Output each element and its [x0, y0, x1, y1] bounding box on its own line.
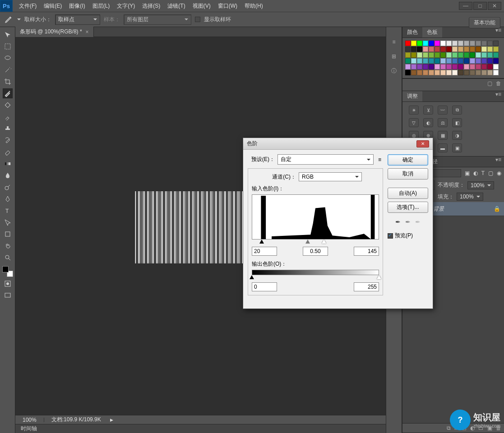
- crop-tool[interactable]: [3, 77, 13, 87]
- blur-tool[interactable]: [3, 170, 13, 180]
- wand-tool[interactable]: [3, 65, 13, 75]
- dodge-tool[interactable]: [3, 182, 13, 192]
- ok-button[interactable]: 确定: [388, 154, 428, 166]
- swatch[interactable]: [493, 64, 499, 69]
- tab-color[interactable]: 颜色: [402, 27, 422, 37]
- opacity-dropdown[interactable]: 100%: [467, 181, 494, 189]
- close-button[interactable]: ✕: [488, 2, 501, 10]
- swatch[interactable]: [452, 58, 458, 64]
- swatch[interactable]: [493, 52, 499, 58]
- swatch[interactable]: [435, 41, 440, 46]
- new-icon[interactable]: ▢: [487, 80, 492, 87]
- swatch[interactable]: [487, 52, 493, 58]
- swatch[interactable]: [481, 46, 487, 52]
- output-white-field[interactable]: [354, 282, 379, 291]
- sample-dropdown[interactable]: 所有图层: [124, 14, 191, 25]
- swatch[interactable]: [493, 58, 499, 64]
- swatch[interactable]: [417, 46, 422, 52]
- color-swatches[interactable]: [2, 266, 13, 277]
- menu-help[interactable]: 帮助(H): [242, 1, 266, 11]
- tool-preset-chevron-icon[interactable]: [17, 18, 21, 20]
- swatch[interactable]: [429, 52, 434, 58]
- swatch[interactable]: [429, 70, 434, 75]
- swatch[interactable]: [464, 41, 469, 46]
- tab-swatches[interactable]: 色板: [422, 27, 442, 37]
- fill-dropdown[interactable]: 100%: [457, 193, 483, 201]
- preset-menu-icon[interactable]: ≡: [376, 157, 383, 163]
- properties-panel-icon[interactable]: ⊞: [390, 52, 398, 60]
- swatch[interactable]: [417, 52, 422, 58]
- history-panel-icon[interactable]: ≡: [390, 38, 398, 46]
- black-eyedropper-icon[interactable]: ✒: [395, 218, 401, 226]
- swatch[interactable]: [423, 64, 428, 69]
- swatch[interactable]: [458, 41, 463, 46]
- swatch[interactable]: [476, 64, 481, 69]
- swatch[interactable]: [446, 58, 452, 64]
- filter-icon[interactable]: ▣: [465, 170, 470, 176]
- white-eyedropper-icon[interactable]: ✒: [415, 218, 421, 226]
- swatch[interactable]: [405, 64, 411, 69]
- shape-tool[interactable]: [3, 229, 13, 239]
- swatch[interactable]: [481, 41, 487, 46]
- swatch[interactable]: [458, 52, 463, 58]
- selectivecolor-icon[interactable]: ▣: [452, 143, 462, 152]
- auto-button[interactable]: 自动(A): [388, 188, 428, 199]
- channel-dropdown[interactable]: RGB: [299, 172, 362, 181]
- document-tab[interactable]: 条形码 @ 100%(RGB/8) * ×: [15, 27, 94, 37]
- zoom-value[interactable]: 100%: [23, 417, 37, 423]
- swatch[interactable]: [446, 52, 452, 58]
- swatch[interactable]: [423, 46, 428, 52]
- tab-adjust[interactable]: 调整: [402, 91, 422, 101]
- swatch[interactable]: [417, 70, 422, 75]
- menu-view[interactable]: 视图(V): [190, 1, 213, 11]
- swatch[interactable]: [417, 41, 422, 46]
- swatch[interactable]: [423, 52, 428, 58]
- swatch[interactable]: [446, 41, 452, 46]
- gradmap-icon[interactable]: ▬: [438, 143, 448, 152]
- hue-icon[interactable]: ◐: [423, 118, 433, 127]
- eraser-tool[interactable]: [3, 147, 13, 157]
- swatch[interactable]: [493, 46, 499, 52]
- swatch[interactable]: [435, 58, 440, 64]
- swatch[interactable]: [452, 70, 458, 75]
- swatch[interactable]: [487, 41, 493, 46]
- stamp-tool[interactable]: [3, 124, 13, 134]
- input-white-field[interactable]: [354, 247, 379, 256]
- swatch[interactable]: [470, 58, 475, 64]
- swatch[interactable]: [417, 58, 422, 64]
- black-point-slider[interactable]: [259, 240, 264, 244]
- panel-menu-icon[interactable]: ▾≡: [493, 157, 504, 167]
- swatch[interactable]: [464, 46, 469, 52]
- swatch[interactable]: [440, 46, 446, 52]
- swatch[interactable]: [411, 41, 416, 46]
- swatch[interactable]: [458, 64, 463, 69]
- swatch[interactable]: [481, 52, 487, 58]
- menu-window[interactable]: 窗口(W): [215, 1, 240, 11]
- dialog-titlebar[interactable]: 色阶 ✕: [243, 138, 433, 150]
- swatch[interactable]: [429, 41, 434, 46]
- swatch[interactable]: [470, 41, 475, 46]
- history-brush-tool[interactable]: [3, 135, 13, 145]
- swatch[interactable]: [487, 58, 493, 64]
- swatch[interactable]: [452, 41, 458, 46]
- zoom-tool[interactable]: [3, 253, 13, 263]
- invert-icon[interactable]: ◑: [452, 131, 462, 140]
- move-tool[interactable]: [3, 30, 13, 40]
- menu-type[interactable]: 文字(Y): [114, 1, 138, 11]
- healing-tool[interactable]: [3, 100, 13, 110]
- menu-filter[interactable]: 滤镜(T): [165, 1, 188, 11]
- swatch[interactable]: [429, 46, 434, 52]
- swatch[interactable]: [481, 64, 487, 69]
- sample-size-dropdown[interactable]: 取样点: [55, 14, 100, 25]
- brush-tool[interactable]: [3, 112, 13, 122]
- gray-eyedropper-icon[interactable]: ✒: [405, 218, 411, 226]
- swatch[interactable]: [440, 41, 446, 46]
- filter-icon[interactable]: T: [481, 170, 485, 176]
- swatch[interactable]: [446, 70, 452, 75]
- swatch[interactable]: [487, 46, 493, 52]
- output-black-field[interactable]: [252, 282, 277, 291]
- swatch[interactable]: [452, 64, 458, 69]
- swatch[interactable]: [464, 64, 469, 69]
- swatch[interactable]: [435, 46, 440, 52]
- eyedropper-tool[interactable]: [3, 88, 13, 98]
